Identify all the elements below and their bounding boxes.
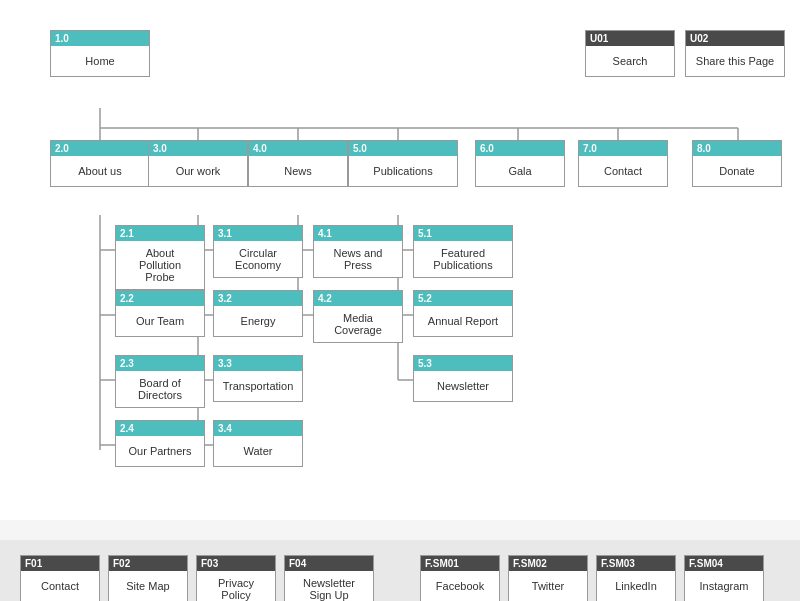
- fsm04-id: F.SM04: [685, 556, 763, 571]
- f01-label: Contact: [21, 571, 99, 601]
- child-3-2-label: Energy: [214, 306, 302, 336]
- f04-label: Newsletter Sign Up: [285, 571, 373, 601]
- home-node[interactable]: 1.0 Home: [50, 30, 150, 77]
- child-2-4[interactable]: 2.4 Our Partners: [115, 420, 205, 467]
- nav-4-label: News: [249, 156, 347, 186]
- u01-id: U01: [586, 31, 674, 46]
- child-5-3[interactable]: 5.3 Newsletter: [413, 355, 513, 402]
- f04-id: F04: [285, 556, 373, 571]
- child-2-2-label: Our Team: [116, 306, 204, 336]
- child-2-1-id: 2.1: [116, 226, 204, 241]
- footer-row: F01 Contact F02 Site Map F03 Privacy Pol…: [20, 555, 780, 601]
- fsm02-id: F.SM02: [509, 556, 587, 571]
- footer-node-fsm01[interactable]: F.SM01 Facebook: [420, 555, 500, 601]
- child-4-1-label: News and Press: [314, 241, 402, 277]
- child-5-3-label: Newsletter: [414, 371, 512, 401]
- nav-node-6[interactable]: 6.0 Gala: [475, 140, 565, 187]
- home-label: Home: [51, 46, 149, 76]
- nav-6-label: Gala: [476, 156, 564, 186]
- child-3-4-label: Water: [214, 436, 302, 466]
- child-2-3-id: 2.3: [116, 356, 204, 371]
- child-3-1[interactable]: 3.1 Circular Economy: [213, 225, 303, 278]
- nav-2-label: About us: [51, 156, 149, 186]
- child-2-1-label: About Pollution Probe: [116, 241, 204, 289]
- child-3-3-id: 3.3: [214, 356, 302, 371]
- nav-2-id: 2.0: [51, 141, 149, 156]
- footer: F01 Contact F02 Site Map F03 Privacy Pol…: [0, 540, 800, 601]
- nav-8-label: Donate: [693, 156, 781, 186]
- u02-id: U02: [686, 31, 784, 46]
- child-2-4-label: Our Partners: [116, 436, 204, 466]
- nav-3-label: Our work: [149, 156, 247, 186]
- footer-node-fsm02[interactable]: F.SM02 Twitter: [508, 555, 588, 601]
- f02-id: F02: [109, 556, 187, 571]
- child-5-1[interactable]: 5.1 Featured Publications: [413, 225, 513, 278]
- f01-id: F01: [21, 556, 99, 571]
- nav-4-id: 4.0: [249, 141, 347, 156]
- u02-label: Share this Page: [686, 46, 784, 76]
- child-2-3-label: Board of Directors: [116, 371, 204, 407]
- home-id: 1.0: [51, 31, 149, 46]
- child-5-2[interactable]: 5.2 Annual Report: [413, 290, 513, 337]
- child-3-4[interactable]: 3.4 Water: [213, 420, 303, 467]
- child-5-2-id: 5.2: [414, 291, 512, 306]
- child-4-2-id: 4.2: [314, 291, 402, 306]
- utility-node-u01[interactable]: U01 Search: [585, 30, 675, 77]
- nav-7-label: Contact: [579, 156, 667, 186]
- child-5-1-label: Featured Publications: [414, 241, 512, 277]
- footer-node-f03[interactable]: F03 Privacy Policy: [196, 555, 276, 601]
- nav-3-id: 3.0: [149, 141, 247, 156]
- fsm01-label: Facebook: [421, 571, 499, 601]
- child-2-2[interactable]: 2.2 Our Team: [115, 290, 205, 337]
- child-3-1-label: Circular Economy: [214, 241, 302, 277]
- utility-node-u02[interactable]: U02 Share this Page: [685, 30, 785, 77]
- nav-5-id: 5.0: [349, 141, 457, 156]
- child-4-2[interactable]: 4.2 Media Coverage: [313, 290, 403, 343]
- child-5-2-label: Annual Report: [414, 306, 512, 336]
- footer-node-f04[interactable]: F04 Newsletter Sign Up: [284, 555, 374, 601]
- footer-node-fsm04[interactable]: F.SM04 Instagram: [684, 555, 764, 601]
- nav-node-8[interactable]: 8.0 Donate: [692, 140, 782, 187]
- nav-6-id: 6.0: [476, 141, 564, 156]
- child-5-3-id: 5.3: [414, 356, 512, 371]
- child-3-2[interactable]: 3.2 Energy: [213, 290, 303, 337]
- fsm01-id: F.SM01: [421, 556, 499, 571]
- f03-label: Privacy Policy: [197, 571, 275, 601]
- child-3-3-label: Transportation: [214, 371, 302, 401]
- child-2-4-id: 2.4: [116, 421, 204, 436]
- footer-node-f02[interactable]: F02 Site Map: [108, 555, 188, 601]
- nav-7-id: 7.0: [579, 141, 667, 156]
- child-4-1-id: 4.1: [314, 226, 402, 241]
- nav-node-7[interactable]: 7.0 Contact: [578, 140, 668, 187]
- footer-node-f01[interactable]: F01 Contact: [20, 555, 100, 601]
- footer-node-fsm03[interactable]: F.SM03 LinkedIn: [596, 555, 676, 601]
- child-3-1-id: 3.1: [214, 226, 302, 241]
- f02-label: Site Map: [109, 571, 187, 601]
- fsm02-label: Twitter: [509, 571, 587, 601]
- nav-node-4[interactable]: 4.0 News: [248, 140, 348, 187]
- nav-8-id: 8.0: [693, 141, 781, 156]
- child-3-4-id: 3.4: [214, 421, 302, 436]
- u01-label: Search: [586, 46, 674, 76]
- fsm03-id: F.SM03: [597, 556, 675, 571]
- nav-node-5[interactable]: 5.0 Publications: [348, 140, 458, 187]
- child-2-3[interactable]: 2.3 Board of Directors: [115, 355, 205, 408]
- child-2-2-id: 2.2: [116, 291, 204, 306]
- nav-node-2[interactable]: 2.0 About us: [50, 140, 150, 187]
- child-2-1[interactable]: 2.1 About Pollution Probe: [115, 225, 205, 290]
- child-3-2-id: 3.2: [214, 291, 302, 306]
- nav-5-label: Publications: [349, 156, 457, 186]
- fsm04-label: Instagram: [685, 571, 763, 601]
- nav-node-3[interactable]: 3.0 Our work: [148, 140, 248, 187]
- child-5-1-id: 5.1: [414, 226, 512, 241]
- fsm03-label: LinkedIn: [597, 571, 675, 601]
- sitemap-diagram: 1.0 Home U01 Search U02 Share this Page …: [20, 20, 790, 500]
- child-3-3[interactable]: 3.3 Transportation: [213, 355, 303, 402]
- child-4-1[interactable]: 4.1 News and Press: [313, 225, 403, 278]
- f03-id: F03: [197, 556, 275, 571]
- child-4-2-label: Media Coverage: [314, 306, 402, 342]
